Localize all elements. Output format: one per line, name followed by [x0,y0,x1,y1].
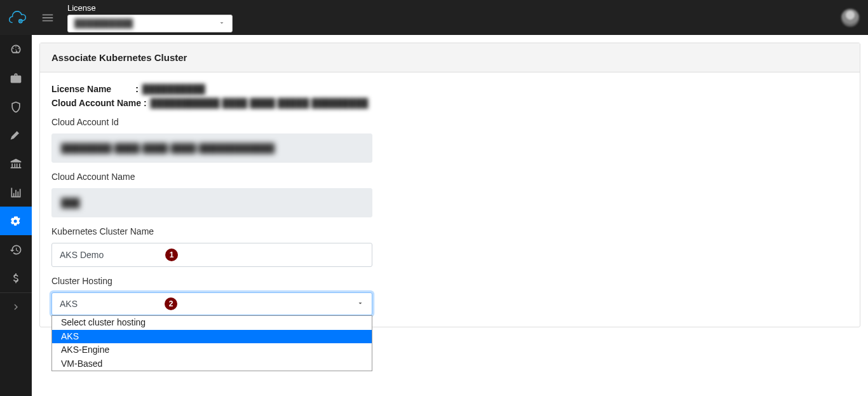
hosting-option-aks-engine[interactable]: AKS-Engine [52,343,372,357]
sidebar-item-settings[interactable] [0,207,32,235]
page-title: Associate Kubernetes Cluster [51,52,848,63]
menu-toggle-icon[interactable] [36,11,60,25]
cloud-account-name-label: Cloud Account Name : [51,98,147,108]
associate-cluster-card: Associate Kubernetes Cluster License Nam… [39,43,860,327]
sidebar-item-accounts[interactable] [0,64,32,92]
license-select-value: ██████████ [74,18,133,28]
user-avatar[interactable] [841,9,859,27]
annotation-marker-1: 1 [165,249,178,261]
k8s-cluster-name-input[interactable]: AKS Demo 1 [51,243,372,267]
sidebar [0,35,32,396]
cloud-account-name-value: ███████████ ████ ████ █████ █████████ [151,98,369,108]
sidebar-item-history[interactable] [0,235,32,264]
cluster-hosting-label: Cluster Hosting [51,276,848,286]
app-logo [3,7,28,29]
cluster-hosting-dropdown: Select cluster hosting AKS AKS-Engine VM… [51,315,372,371]
license-name-value: ██████████ [142,84,205,94]
sidebar-item-compliance[interactable] [0,149,32,178]
topbar: License ██████████ [0,0,868,35]
hosting-option-placeholder[interactable]: Select cluster hosting [52,316,372,330]
annotation-marker-2: 2 [165,297,177,310]
cloud-account-name-box: ███ [51,188,372,217]
chevron-down-icon [356,299,364,309]
cloud-account-id-box: ████████-████-████-████-████████████ [51,133,372,163]
k8s-cluster-name-label: Kubernetes Cluster Name [51,226,848,236]
sidebar-item-dashboard[interactable] [0,35,32,64]
cluster-hosting-select[interactable]: AKS 2 [51,292,372,315]
hosting-option-aks[interactable]: AKS [52,330,372,344]
sidebar-item-billing[interactable] [0,264,32,292]
sidebar-item-security[interactable] [0,92,32,121]
chevron-down-icon [218,18,226,29]
license-label: License [67,3,233,13]
license-name-label: License Name [51,84,111,94]
sidebar-item-reports[interactable] [0,178,32,207]
sidebar-expand-icon[interactable] [0,292,32,321]
main-content: Associate Kubernetes Cluster License Nam… [32,35,868,396]
license-selector-block: License ██████████ [67,3,233,32]
sidebar-item-tools[interactable] [0,121,32,149]
cloud-account-name-row: Cloud Account Name : ███████████ ████ ██… [51,98,848,108]
license-name-row: License Name : ██████████ [51,84,848,94]
cloud-account-id-label: Cloud Account Id [51,117,848,127]
hosting-option-vm-based[interactable]: VM-Based [52,357,372,371]
license-select[interactable]: ██████████ [67,15,233,32]
cloud-account-name-field-label: Cloud Account Name [51,172,848,182]
card-header: Associate Kubernetes Cluster [40,43,860,72]
